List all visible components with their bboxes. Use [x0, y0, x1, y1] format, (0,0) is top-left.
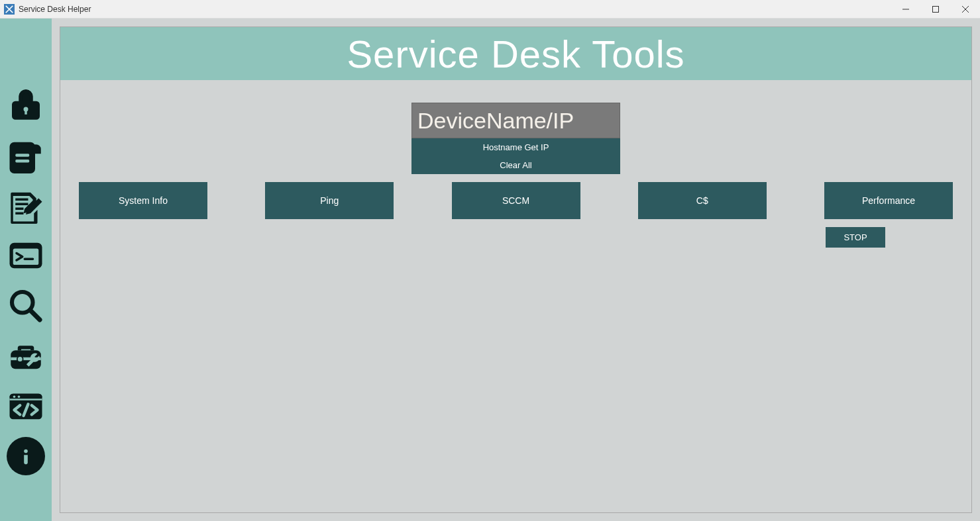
svg-point-18 — [17, 356, 23, 362]
info-icon — [16, 446, 36, 466]
performance-button[interactable]: Performance — [824, 182, 953, 219]
stop-button[interactable]: STOP — [826, 227, 885, 248]
edit-icon — [7, 187, 44, 224]
sidebar-item-search[interactable] — [6, 286, 46, 326]
svg-rect-1 — [932, 6, 938, 12]
search-icon — [7, 287, 44, 324]
device-name-input[interactable] — [411, 103, 620, 138]
svg-point-22 — [13, 395, 16, 398]
maximize-button[interactable] — [920, 0, 950, 19]
close-button[interactable] — [950, 0, 980, 19]
terminal-icon — [7, 237, 44, 274]
minimize-button[interactable] — [891, 0, 920, 19]
hostname-get-ip-button[interactable]: Hostname Get IP — [411, 138, 620, 156]
code-icon — [7, 388, 44, 425]
stop-row: STOP — [60, 219, 971, 248]
svg-point-23 — [18, 395, 21, 398]
titlebar: Service Desk Helper — [0, 0, 980, 19]
sidebar-item-terminal[interactable] — [6, 236, 46, 275]
app-icon — [4, 4, 15, 15]
svg-rect-8 — [15, 199, 28, 201]
svg-point-24 — [24, 450, 28, 453]
svg-rect-7 — [15, 160, 29, 162]
window-title: Service Desk Helper — [19, 5, 91, 14]
sidebar-item-edit[interactable] — [6, 185, 46, 225]
header-banner: Service Desk Tools — [60, 27, 971, 80]
device-input-block: Hostname Get IP Clear All — [411, 103, 620, 174]
action-button-row: System Info Ping SCCM C$ Performance — [60, 174, 971, 219]
main-area: Service Desk Tools Hostname Get IP Clear… — [52, 19, 980, 521]
sidebar — [0, 19, 52, 521]
clear-all-button[interactable]: Clear All — [411, 156, 620, 174]
sidebar-item-lock[interactable] — [6, 85, 46, 124]
page-title: Service Desk Tools — [347, 32, 684, 76]
notepad-icon — [7, 136, 44, 173]
svg-rect-5 — [25, 111, 27, 115]
sidebar-item-toolbox[interactable] — [6, 336, 46, 376]
system-info-button[interactable]: System Info — [79, 182, 207, 219]
svg-rect-10 — [15, 208, 23, 211]
c-dollar-button[interactable]: C$ — [638, 182, 767, 219]
svg-rect-6 — [15, 154, 29, 156]
sidebar-item-notepad[interactable] — [6, 135, 46, 175]
sccm-button[interactable]: SCCM — [452, 182, 580, 219]
toolbox-icon — [7, 338, 44, 375]
svg-rect-9 — [15, 203, 28, 206]
panel: Service Desk Tools Hostname Get IP Clear… — [60, 26, 972, 513]
svg-rect-11 — [15, 213, 23, 215]
svg-line-15 — [30, 310, 40, 320]
sidebar-item-code[interactable] — [6, 387, 46, 426]
lock-icon — [7, 86, 44, 123]
svg-rect-13 — [13, 249, 39, 265]
sidebar-item-info[interactable] — [7, 437, 45, 475]
ping-button[interactable]: Ping — [265, 182, 394, 219]
